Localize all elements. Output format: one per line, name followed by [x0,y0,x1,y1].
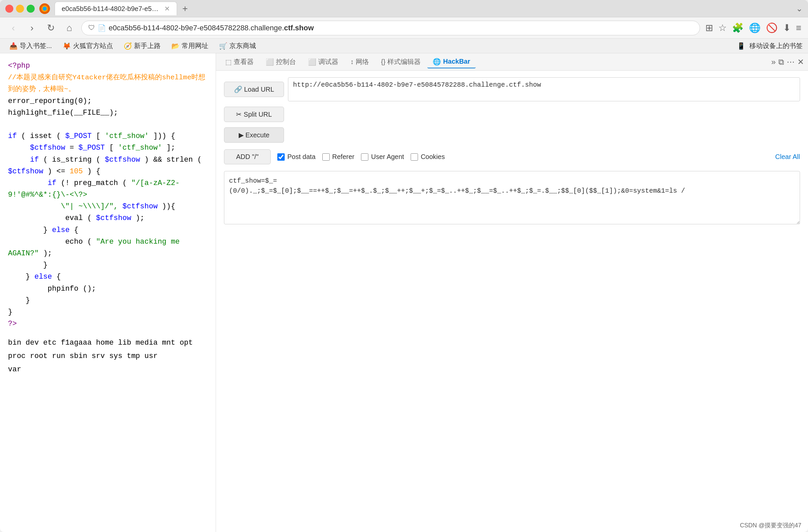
console-icon: ⬜ [266,58,274,66]
post-data-textarea[interactable]: ctf_show=$_= (0/0)._;$_=$_[0];$__==++$_;… [224,171,800,224]
referer-checkbox[interactable] [322,153,330,161]
error-reporting: error_reporting(0); [8,97,92,105]
load-url-button[interactable]: 🔗 Load URL [224,82,284,97]
tab-close-icon[interactable]: ✕ [164,5,170,13]
options-row: ADD "/" Post data Referer User Agent [224,148,800,166]
bookmarks-bar: 📥 导入书签... 🦊 火狐官方站点 🧭 新手上路 📂 常用网址 🛒 京东商城 … [0,39,808,53]
bookmark-import[interactable]: 📥 导入书签... [5,40,56,52]
post-data-checkbox-label[interactable]: Post data [277,153,316,161]
bottom-status-bar: CSDN @摸要变强的47 [740,521,801,529]
bookmark-newuser[interactable]: 🧭 新手上路 [120,40,165,52]
forward-button[interactable]: › [25,21,39,35]
devtools-tab-network[interactable]: ↕ 网络 [345,55,374,68]
devtools-close-icon[interactable]: ✕ [797,57,804,67]
devtools-toolbar: ⬚ 查看器 ⬜ 控制台 ⬜ 调试器 ↕ 网络 {} 样式编辑器 [216,53,808,71]
add-slash-button[interactable]: ADD "/" [224,149,271,164]
split-url-button[interactable]: ✂ Split URL [224,107,284,122]
tab-title: e0ca5b56-b114-4802-b9e7-e5084... [62,5,162,13]
reload-button[interactable]: ↻ [44,21,57,35]
devtools-tab-console[interactable]: ⬜ 控制台 [260,55,301,68]
devtools-tab-inspector[interactable]: ⬚ 查看器 [220,55,259,68]
jd-icon: 🛒 [219,42,227,50]
browser-window: e0ca5b56-b114-4802-b9e7-e5084... ✕ + ⌄ ‹… [0,0,808,532]
toolbar-right: ⊞ ☆ 🧩 🌐 🚫 ⬇ ≡ [705,22,801,33]
url-input[interactable]: http://e0ca5b56-b114-4802-b9e7-e50845782… [288,77,800,101]
debugger-icon: ⬜ [308,58,316,66]
devtools-tab-hackbar[interactable]: 🌐 HackBar [427,56,475,68]
firefox-icon [39,3,51,15]
post-data-checkbox[interactable] [277,153,284,161]
user-agent-checkbox[interactable] [361,153,368,161]
security-icon: 🛡 [88,24,95,32]
mobile-bookmarks-icon: 📱 [737,42,745,50]
import-icon: 📥 [9,42,18,50]
responsive-icon[interactable]: ⧉ [778,57,784,67]
content-area: <?php //本题灵感来自研究Y4tacker佬在吃瓜杯投稿的shellme时… [0,53,808,532]
highlight-file: highlight_file(__FILE__); [8,109,118,117]
cookies-checkbox-label[interactable]: Cookies [411,153,445,161]
page-content: <?php //本题灵感来自研究Y4tacker佬在吃瓜杯投稿的shellme时… [0,53,216,532]
bookmark-jd[interactable]: 🛒 京东商城 [215,40,260,52]
devtools-tab-debugger[interactable]: ⬜ 调试器 [303,55,344,68]
bookmark-firefox[interactable]: 🦊 火狐官方站点 [59,40,117,52]
hackbar-icon: 🌐 [433,58,441,66]
devtools-tab-style[interactable]: {} 样式编辑器 [376,55,426,68]
cookies-checkbox[interactable] [411,153,418,161]
php-open-tag: <?php [8,62,30,70]
execute-row: ▶ Execute [224,127,800,143]
load-url-row: 🔗 Load URL http://e0ca5b56-b114-4802-b9e… [224,77,800,101]
maximize-traffic-light[interactable] [27,5,35,13]
clear-all-button[interactable]: Clear All [775,153,800,161]
mobile-bookmarks-label: 移动设备上的书签 [749,41,803,50]
close-traffic-light[interactable] [5,5,13,13]
bookmarks-right: 📱 移动设备上的书签 [737,41,803,50]
status-text: CSDN @摸要变强的47 [740,522,801,529]
php-close-tag: ?> [8,320,17,328]
firefox-bookmark-icon: 🦊 [63,42,71,50]
bookmark-common[interactable]: 📂 常用网址 [167,40,212,52]
lock-icon: 📄 [98,24,106,32]
split-url-row: ✂ Split URL [224,107,800,122]
devtools-menu-icon[interactable]: ⋯ [787,57,795,67]
code-block: <?php //本题灵感来自研究Y4tacker佬在吃瓜杯投稿的shellme时… [8,60,208,330]
svg-point-2 [43,7,47,11]
bookmark-icon[interactable]: ☆ [718,22,727,33]
toolbar: ‹ › ↻ ⌂ 🛡 📄 e0ca5b56-b114-4802-b9e7-e508… [0,17,808,39]
devtools-panel: ⬚ 查看器 ⬜ 控制台 ⬜ 调试器 ↕ 网络 {} 样式编辑器 [216,53,808,532]
address-text: e0ca5b56-b114-4802-b9e7-e50845782288.cha… [109,24,693,32]
new-tab-button[interactable]: + [178,2,192,15]
execute-button[interactable]: ▶ Execute [224,127,284,143]
inspector-icon: ⬚ [225,58,232,66]
page-output: bin dev etc f1agaaa home lib media mnt o… [8,336,208,376]
browser-tab[interactable]: e0ca5b56-b114-4802-b9e7-e5084... ✕ [55,2,177,15]
address-bar[interactable]: 🛡 📄 e0ca5b56-b114-4802-b9e7-e50845782288… [81,21,700,35]
more-tools-icon[interactable]: » [771,57,776,67]
newuser-icon: 🧭 [124,42,132,50]
referer-checkbox-label[interactable]: Referer [322,153,355,161]
back-button[interactable]: ‹ [7,21,20,35]
traffic-lights [5,5,35,13]
home-button[interactable]: ⌂ [63,21,76,35]
menu-icon[interactable]: ≡ [796,23,801,33]
extensions-icon[interactable]: 🧩 [732,22,744,33]
hackbar-content: 🔗 Load URL http://e0ca5b56-b114-4802-b9e… [216,71,808,532]
search-icon[interactable]: ⊞ [705,22,713,33]
tab-bar: e0ca5b56-b114-4802-b9e7-e5084... ✕ + [55,2,792,15]
network-icon: ↕ [350,58,354,66]
style-icon: {} [381,58,385,66]
folder-icon: 📂 [171,42,180,50]
window-controls[interactable]: ⌄ [796,4,803,13]
profile-icon[interactable]: 🌐 [749,22,761,33]
download-icon[interactable]: ⬇ [783,22,791,33]
no-icon[interactable]: 🚫 [766,22,778,33]
if-keyword: if [8,132,17,140]
minimize-traffic-light[interactable] [16,5,24,13]
user-agent-checkbox-label[interactable]: User Agent [361,153,404,161]
comment-line: //本题灵感来自研究Y4tacker佬在吃瓜杯投稿的shellme时想到的姿势，… [8,74,205,93]
devtools-more: » ⧉ ⋯ ✕ [771,57,804,67]
title-bar: e0ca5b56-b114-4802-b9e7-e5084... ✕ + ⌄ [0,0,808,17]
